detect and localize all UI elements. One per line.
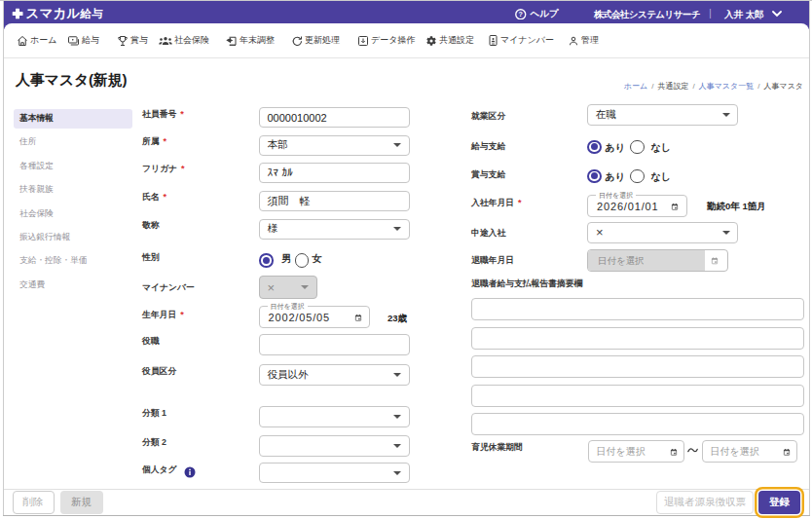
svg-text:?: ? (519, 11, 523, 19)
